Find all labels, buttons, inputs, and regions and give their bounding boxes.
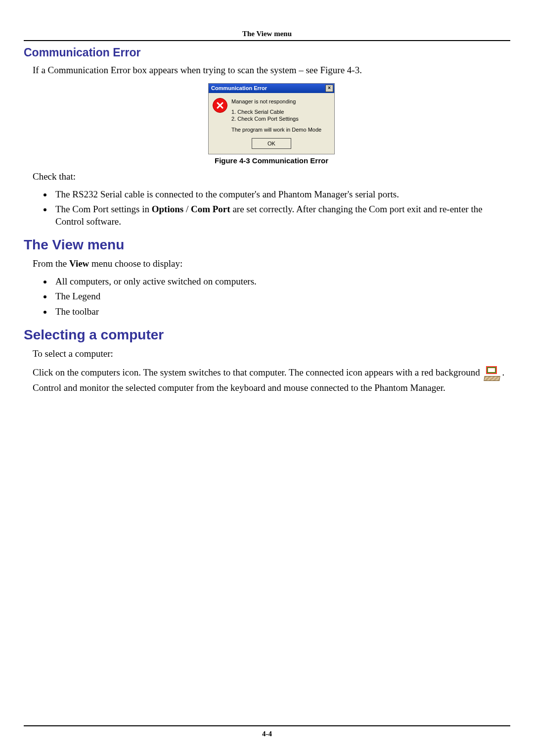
- error-icon: [213, 98, 227, 113]
- section2-intro: From the View menu choose to display:: [33, 258, 510, 270]
- ok-button[interactable]: OK: [252, 138, 291, 149]
- text: The Com Port settings in: [55, 204, 152, 214]
- text: /: [183, 204, 191, 214]
- heading-view-menu: The View menu: [24, 237, 510, 253]
- dialog-msg-line2a: 1. Check Serial Cable: [231, 108, 321, 115]
- running-header: The View menu: [24, 30, 510, 38]
- dialog-titlebar: Communication Error ×: [209, 84, 334, 93]
- page: The View menu Communication Error If a C…: [0, 0, 534, 756]
- list-item: The Legend: [52, 290, 510, 303]
- list-item: The RS232 Serial cable is connected to t…: [52, 189, 510, 201]
- section3-body: To select a computer: Click on the compu…: [33, 348, 510, 394]
- heading-selecting-computer: Selecting a computer: [24, 327, 510, 343]
- dialog-title: Communication Error: [211, 85, 267, 91]
- figure-wrap: Communication Error × Manager is not res…: [33, 83, 510, 154]
- section1-intro: If a Communication Error box appears whe…: [33, 64, 510, 76]
- list-item: All computers, or only active switched o…: [52, 276, 510, 288]
- dialog-msg-line1: Manager is not responding: [231, 98, 321, 105]
- error-dialog: Communication Error × Manager is not res…: [208, 83, 335, 154]
- footer-rule: [24, 725, 510, 726]
- text: menu choose to display:: [89, 258, 182, 269]
- section1-body: If a Communication Error box appears whe…: [33, 64, 510, 228]
- check-that: Check that:: [33, 171, 510, 183]
- page-number: 4-4: [0, 730, 534, 738]
- text: Click on the computers icon. The system …: [33, 368, 482, 378]
- dialog-msg-line2b: 2. Check Com Port Settings: [231, 115, 321, 122]
- section1-bullets: The RS232 Serial cable is connected to t…: [52, 189, 510, 228]
- section3-p1: To select a computer:: [33, 348, 510, 360]
- list-item: The Com Port settings in Options / Com P…: [52, 203, 510, 228]
- header-rule: [24, 40, 510, 41]
- list-item: The toolbar: [52, 306, 510, 318]
- section2-bullets: All computers, or only active switched o…: [52, 276, 510, 318]
- heading-communication-error: Communication Error: [24, 46, 510, 59]
- text: From the: [33, 258, 69, 269]
- close-icon[interactable]: ×: [325, 85, 333, 92]
- text-bold: View: [69, 258, 89, 269]
- section2-body: From the View menu choose to display: Al…: [33, 258, 510, 318]
- dialog-message: Manager is not responding 1. Check Seria…: [231, 98, 321, 133]
- text-bold: Options: [152, 204, 183, 214]
- section3-p2: Click on the computers icon. The system …: [33, 365, 510, 394]
- dialog-body: Manager is not responding 1. Check Seria…: [209, 93, 334, 138]
- figure-caption: Figure 4-3 Communication Error: [33, 156, 510, 165]
- text-bold: Com Port: [191, 204, 230, 214]
- computer-icon: [483, 365, 501, 382]
- dialog-button-row: OK: [209, 138, 334, 154]
- dialog-msg-line3: The program will work in Demo Mode: [231, 126, 321, 133]
